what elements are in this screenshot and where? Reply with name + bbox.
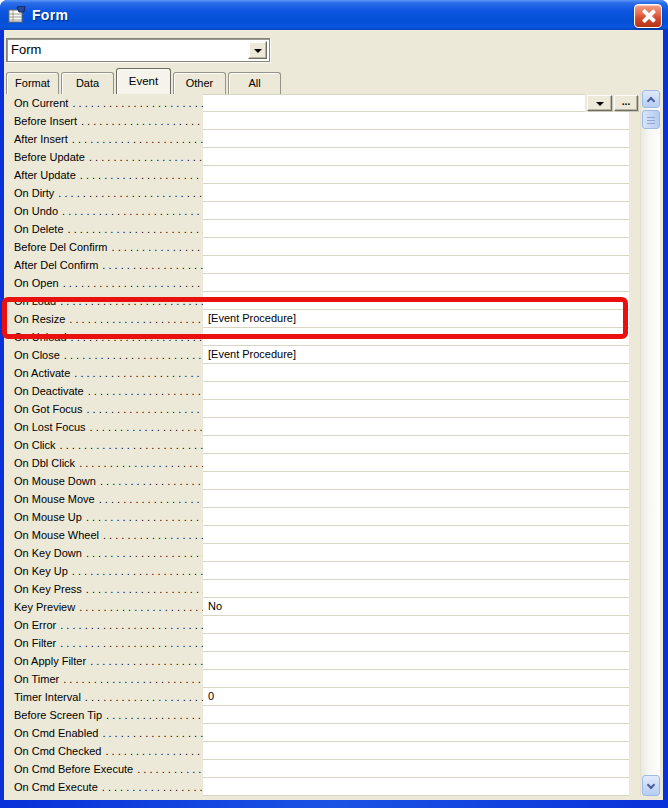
- property-label[interactable]: On Got Focus. . . . . . . . . . . . . . …: [4, 400, 203, 418]
- property-value[interactable]: [203, 94, 585, 112]
- tab-event[interactable]: Event: [116, 68, 171, 94]
- property-label[interactable]: On Current. . . . . . . . . . . . . . . …: [4, 94, 203, 112]
- property-value[interactable]: [203, 580, 629, 598]
- property-label[interactable]: On Cmd Before Execute. . . . . . . . . .…: [4, 760, 203, 778]
- property-label[interactable]: On Error. . . . . . . . . . . . . . . . …: [4, 616, 203, 634]
- dot-leader: . . . . . . . . . . . . . . . . . . . . …: [90, 421, 203, 433]
- property-label[interactable]: After Update. . . . . . . . . . . . . . …: [4, 166, 203, 184]
- scrollbar[interactable]: [640, 90, 660, 796]
- property-label[interactable]: Before Insert. . . . . . . . . . . . . .…: [4, 112, 203, 130]
- property-value[interactable]: [203, 544, 629, 562]
- scroll-down-button[interactable]: [642, 775, 660, 796]
- property-value[interactable]: [203, 562, 629, 580]
- builder-button[interactable]: ...: [614, 95, 638, 111]
- property-label[interactable]: Before Update. . . . . . . . . . . . . .…: [4, 148, 203, 166]
- window-title: Form: [32, 7, 68, 23]
- property-label[interactable]: On Cmd Enabled. . . . . . . . . . . . . …: [4, 724, 203, 742]
- property-value[interactable]: [203, 382, 629, 400]
- property-value[interactable]: [203, 778, 629, 796]
- property-value[interactable]: [Event Procedure]: [203, 346, 629, 364]
- property-label[interactable]: On Click. . . . . . . . . . . . . . . . …: [4, 436, 203, 454]
- combobox-dropdown-button[interactable]: [248, 41, 267, 59]
- close-button[interactable]: [634, 4, 662, 28]
- property-label[interactable]: On Close. . . . . . . . . . . . . . . . …: [4, 346, 203, 364]
- property-value[interactable]: [203, 616, 629, 634]
- property-label[interactable]: On Mouse Up. . . . . . . . . . . . . . .…: [4, 508, 203, 526]
- property-value[interactable]: [203, 292, 629, 310]
- property-value[interactable]: [203, 706, 629, 724]
- value-dropdown-button[interactable]: [587, 95, 612, 111]
- property-label[interactable]: Key Preview. . . . . . . . . . . . . . .…: [4, 598, 203, 616]
- property-label[interactable]: On Load. . . . . . . . . . . . . . . . .…: [4, 292, 203, 310]
- property-value[interactable]: [203, 112, 629, 130]
- property-label[interactable]: On Mouse Wheel. . . . . . . . . . . . . …: [4, 526, 203, 544]
- property-label[interactable]: On Key Up. . . . . . . . . . . . . . . .…: [4, 562, 203, 580]
- property-label[interactable]: On Deactivate. . . . . . . . . . . . . .…: [4, 382, 203, 400]
- property-value[interactable]: [203, 400, 629, 418]
- property-value[interactable]: No: [203, 598, 629, 616]
- property-value[interactable]: [203, 634, 629, 652]
- property-value[interactable]: [203, 148, 629, 166]
- chevron-down-icon: [254, 49, 262, 53]
- property-label[interactable]: After Insert. . . . . . . . . . . . . . …: [4, 130, 203, 148]
- property-value[interactable]: 0: [203, 688, 629, 706]
- tab-other[interactable]: Other: [173, 72, 226, 94]
- property-value[interactable]: [203, 364, 629, 382]
- property-label[interactable]: On Key Down. . . . . . . . . . . . . . .…: [4, 544, 203, 562]
- property-value[interactable]: [203, 724, 629, 742]
- property-value[interactable]: [203, 328, 629, 346]
- property-value[interactable]: [203, 184, 629, 202]
- property-label[interactable]: On Mouse Down. . . . . . . . . . . . . .…: [4, 472, 203, 490]
- property-row: On Cmd Enabled. . . . . . . . . . . . . …: [4, 724, 633, 742]
- property-label[interactable]: On Filter. . . . . . . . . . . . . . . .…: [4, 634, 203, 652]
- property-value[interactable]: [203, 490, 629, 508]
- property-value[interactable]: [203, 274, 629, 292]
- property-value[interactable]: [203, 130, 629, 148]
- property-label[interactable]: On Dirty. . . . . . . . . . . . . . . . …: [4, 184, 203, 202]
- property-label[interactable]: On Key Press. . . . . . . . . . . . . . …: [4, 580, 203, 598]
- property-value[interactable]: [203, 436, 629, 454]
- property-row: On Open. . . . . . . . . . . . . . . . .…: [4, 274, 633, 292]
- property-label[interactable]: On Activate. . . . . . . . . . . . . . .…: [4, 364, 203, 382]
- property-label[interactable]: Before Del Confirm. . . . . . . . . . . …: [4, 238, 203, 256]
- property-label[interactable]: On Open. . . . . . . . . . . . . . . . .…: [4, 274, 203, 292]
- tab-all[interactable]: All: [228, 72, 281, 94]
- dot-leader: . . . . . . . . . . . . . . . . . . . . …: [86, 583, 203, 595]
- property-label[interactable]: On Lost Focus. . . . . . . . . . . . . .…: [4, 418, 203, 436]
- property-value[interactable]: [203, 472, 629, 490]
- property-label[interactable]: On Delete. . . . . . . . . . . . . . . .…: [4, 220, 203, 238]
- property-label[interactable]: On Mouse Move. . . . . . . . . . . . . .…: [4, 490, 203, 508]
- property-value[interactable]: [203, 508, 629, 526]
- property-label[interactable]: On Resize. . . . . . . . . . . . . . . .…: [4, 310, 203, 328]
- scrollbar-thumb[interactable]: [642, 110, 660, 129]
- property-label[interactable]: On Cmd Execute. . . . . . . . . . . . . …: [4, 778, 203, 796]
- property-value[interactable]: [203, 256, 629, 274]
- property-value[interactable]: [203, 454, 629, 472]
- property-value[interactable]: [203, 166, 629, 184]
- property-label[interactable]: On Unload. . . . . . . . . . . . . . . .…: [4, 328, 203, 346]
- property-row: On Close. . . . . . . . . . . . . . . . …: [4, 346, 633, 364]
- property-value[interactable]: [203, 202, 629, 220]
- property-value[interactable]: [203, 742, 629, 760]
- property-value[interactable]: [Event Procedure]: [203, 310, 629, 328]
- property-label[interactable]: On Dbl Click. . . . . . . . . . . . . . …: [4, 454, 203, 472]
- property-label[interactable]: On Timer. . . . . . . . . . . . . . . . …: [4, 670, 203, 688]
- property-label[interactable]: On Undo. . . . . . . . . . . . . . . . .…: [4, 202, 203, 220]
- property-label[interactable]: Timer Interval. . . . . . . . . . . . . …: [4, 688, 203, 706]
- property-label[interactable]: Before Screen Tip. . . . . . . . . . . .…: [4, 706, 203, 724]
- property-value[interactable]: [203, 526, 629, 544]
- property-value[interactable]: [203, 670, 629, 688]
- property-label[interactable]: On Cmd Checked. . . . . . . . . . . . . …: [4, 742, 203, 760]
- property-value[interactable]: [203, 220, 629, 238]
- dot-leader: . . . . . . . . . . . . . . . . . . . . …: [89, 151, 203, 163]
- tab-format[interactable]: Format: [6, 72, 59, 94]
- property-value[interactable]: [203, 238, 629, 256]
- property-label[interactable]: After Del Confirm. . . . . . . . . . . .…: [4, 256, 203, 274]
- tab-data[interactable]: Data: [61, 72, 114, 94]
- property-value[interactable]: [203, 418, 629, 436]
- scroll-up-button[interactable]: [642, 90, 660, 108]
- property-value[interactable]: [203, 760, 629, 778]
- object-selector-combobox[interactable]: Form: [6, 38, 270, 62]
- property-value[interactable]: [203, 652, 629, 670]
- property-label[interactable]: On Apply Filter. . . . . . . . . . . . .…: [4, 652, 203, 670]
